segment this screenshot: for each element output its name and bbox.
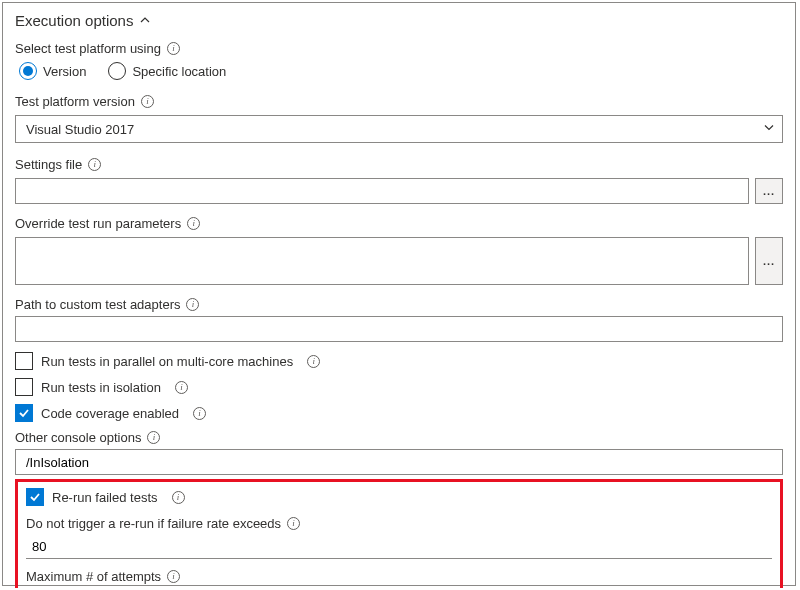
other-console-label: Other console options i: [15, 430, 783, 445]
info-icon[interactable]: i: [167, 42, 180, 55]
radio-icon: [19, 62, 37, 80]
info-icon[interactable]: i: [147, 431, 160, 444]
isolation-checkbox-row: Run tests in isolation i: [15, 378, 783, 396]
radio-specific-location[interactable]: Specific location: [108, 62, 226, 80]
select-value: Visual Studio 2017: [26, 122, 134, 137]
radio-label: Version: [43, 64, 86, 79]
more-button[interactable]: ...: [755, 178, 783, 204]
section-title: Execution options: [15, 12, 133, 29]
custom-adapters-label: Path to custom test adapters i: [15, 297, 783, 312]
platform-version-label: Test platform version i: [15, 94, 783, 109]
failure-rate-input[interactable]: [26, 535, 772, 559]
info-icon[interactable]: i: [187, 217, 200, 230]
chevron-up-icon: [139, 12, 151, 29]
failure-rate-label: Do not trigger a re-run if failure rate …: [26, 516, 772, 531]
parallel-checkbox-row: Run tests in parallel on multi-core mach…: [15, 352, 783, 370]
override-params-input[interactable]: [15, 237, 749, 285]
parallel-checkbox[interactable]: [15, 352, 33, 370]
chevron-down-icon: [763, 122, 775, 137]
info-icon[interactable]: i: [175, 381, 188, 394]
settings-file-label: Settings file i: [15, 157, 783, 172]
checkmark-icon: [29, 491, 41, 503]
settings-file-input[interactable]: [15, 178, 749, 204]
coverage-checkbox[interactable]: [15, 404, 33, 422]
radio-icon: [108, 62, 126, 80]
other-console-input[interactable]: [15, 449, 783, 475]
override-params-label: Override test run parameters i: [15, 216, 783, 231]
info-icon[interactable]: i: [186, 298, 199, 311]
info-icon[interactable]: i: [287, 517, 300, 530]
info-icon[interactable]: i: [307, 355, 320, 368]
more-button[interactable]: ...: [755, 237, 783, 285]
info-icon[interactable]: i: [88, 158, 101, 171]
checkmark-icon: [18, 407, 30, 419]
checkbox-label: Code coverage enabled: [41, 406, 179, 421]
rerun-highlight-box: Re-run failed tests i Do not trigger a r…: [15, 479, 783, 588]
section-header[interactable]: Execution options: [15, 11, 783, 29]
isolation-checkbox[interactable]: [15, 378, 33, 396]
custom-adapters-input[interactable]: [15, 316, 783, 342]
rerun-checkbox-row: Re-run failed tests i: [26, 488, 772, 506]
radio-version[interactable]: Version: [19, 62, 86, 80]
coverage-checkbox-row: Code coverage enabled i: [15, 404, 783, 422]
radio-label: Specific location: [132, 64, 226, 79]
info-icon[interactable]: i: [141, 95, 154, 108]
info-icon[interactable]: i: [193, 407, 206, 420]
checkbox-label: Run tests in parallel on multi-core mach…: [41, 354, 293, 369]
execution-options-panel: Execution options Select test platform u…: [2, 2, 796, 586]
platform-radio-group: Version Specific location: [19, 62, 783, 80]
rerun-checkbox[interactable]: [26, 488, 44, 506]
max-attempts-label: Maximum # of attempts i: [26, 569, 772, 584]
platform-version-select[interactable]: Visual Studio 2017: [15, 115, 783, 143]
checkbox-label: Re-run failed tests: [52, 490, 158, 505]
info-icon[interactable]: i: [167, 570, 180, 583]
info-icon[interactable]: i: [172, 491, 185, 504]
platform-select-label: Select test platform using i: [15, 41, 783, 56]
checkbox-label: Run tests in isolation: [41, 380, 161, 395]
